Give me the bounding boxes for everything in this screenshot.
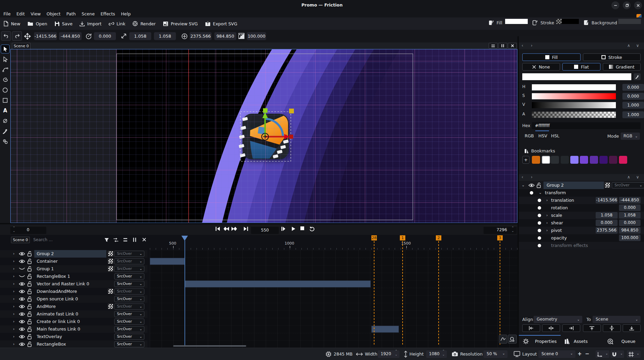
eye-open-icon[interactable]: [19, 259, 25, 264]
link-button[interactable]: Link: [109, 21, 126, 26]
fill-tab[interactable]: Fill: [522, 53, 581, 61]
fill-color-swatch[interactable]: [505, 19, 528, 24]
canvas-detach-button[interactable]: [498, 43, 507, 49]
timeline-search-input[interactable]: Search ...: [33, 237, 52, 242]
unlock-icon[interactable]: [27, 319, 32, 324]
dock-separator-vertical[interactable]: [517, 36, 519, 348]
panel-back-icon[interactable]: ‹: [522, 43, 523, 48]
eye-open-icon[interactable]: [19, 297, 25, 301]
lasso-tool[interactable]: [1, 75, 10, 84]
expand-icon[interactable]: ›: [13, 266, 14, 271]
unlock-icon[interactable]: [27, 259, 32, 264]
tab-queue[interactable]: Queue: [621, 339, 635, 344]
align-top-button[interactable]: [583, 324, 601, 332]
background-indicator[interactable]: Background: [584, 20, 617, 25]
unlock-icon[interactable]: [27, 289, 32, 294]
stop-button[interactable]: [300, 226, 304, 230]
align-vcenter-button[interactable]: [603, 324, 621, 332]
blend-dropdown[interactable]: SrcOver⌄: [114, 258, 144, 264]
expand-chevron-icon[interactable]: ⌄: [522, 183, 525, 187]
bookmark-color[interactable]: [570, 156, 579, 164]
eye-open-icon[interactable]: [19, 342, 25, 347]
expand-icon[interactable]: ›: [13, 259, 14, 263]
unlock-icon[interactable]: [27, 296, 32, 302]
layer-row[interactable]: › Vector and Raster Link 0 SrcOver⌄: [0, 280, 147, 288]
bookmark-color[interactable]: [619, 156, 627, 164]
maximize-button[interactable]: [623, 1, 631, 9]
path-tool[interactable]: [1, 65, 10, 74]
playhead-handle[interactable]: [181, 236, 188, 241]
timeline-bar-main-features[interactable]: [371, 326, 399, 333]
tree-forward-icon[interactable]: ›: [531, 175, 533, 179]
current-frame-field[interactable]: 550: [251, 227, 279, 234]
bookmark-color[interactable]: [590, 156, 598, 164]
mode-hsl-tab[interactable]: HSL: [551, 133, 559, 138]
canvas-viewport[interactable]: [10, 49, 517, 223]
timeline-marker[interactable]: 3: [497, 235, 503, 240]
value-slider[interactable]: [532, 102, 616, 108]
timeline-marker[interactable]: 28: [371, 235, 377, 240]
translate-x-field[interactable]: -1415.566: [34, 32, 57, 40]
eye-open-icon[interactable]: [19, 282, 25, 286]
menu-effects[interactable]: Effects: [100, 11, 115, 16]
layer-row[interactable]: › Open source Link 0 SrcOver⌄: [0, 295, 147, 303]
shear-y-value[interactable]: 0.000: [619, 220, 641, 226]
skip-to-start-button[interactable]: [215, 226, 220, 231]
blend-dropdown[interactable]: SrcOver⌄: [114, 251, 144, 257]
layer-row[interactable]: › Container SrcOver⌄: [0, 258, 147, 265]
save-button[interactable]: Save: [55, 21, 73, 26]
paint-gradient-button[interactable]: Gradient: [603, 63, 641, 71]
menu-object[interactable]: Object: [47, 11, 61, 16]
object-name-box[interactable]: Group 2: [544, 182, 604, 189]
saturation-value[interactable]: 0.000: [622, 93, 644, 100]
step-forward-button[interactable]: [281, 226, 286, 231]
eye-closed-icon[interactable]: [19, 275, 25, 278]
background-color-swatch[interactable]: [618, 19, 641, 24]
scale-x-field[interactable]: 1.058: [129, 32, 151, 40]
layer-row[interactable]: › Main features Link 0 SrcOver⌄: [0, 325, 147, 333]
bookmark-color[interactable]: [542, 156, 550, 164]
picker-tool[interactable]: [1, 127, 10, 136]
play-button[interactable]: [291, 226, 296, 231]
eye-open-icon[interactable]: [19, 312, 25, 316]
max-frame-spinner[interactable]: 7296 ⌃ ⌄: [484, 227, 517, 234]
align-dropdown[interactable]: Geometry⌄: [534, 316, 582, 323]
align-left-button[interactable]: [522, 324, 540, 332]
canvas-menu-button[interactable]: [489, 43, 498, 49]
hue-value[interactable]: 0.000: [622, 84, 644, 91]
select-tool[interactable]: [1, 45, 10, 53]
new-button[interactable]: New: [3, 21, 20, 26]
translation-y-value[interactable]: -444.850: [619, 197, 641, 203]
snap-button[interactable]: ⌄: [610, 350, 624, 358]
dock-separator-horizontal[interactable]: [0, 223, 517, 224]
graph-editor-button[interactable]: [499, 335, 507, 344]
alpha-slider[interactable]: [532, 112, 616, 118]
blend-dropdown[interactable]: SrcOver⌄: [114, 281, 144, 287]
unlock-icon[interactable]: [27, 281, 32, 287]
tree-pivot-row[interactable]: › pivot 2375.566 984.850: [519, 227, 644, 234]
unlock-icon[interactable]: [27, 311, 32, 317]
stroke-indicator[interactable]: Stroke: [533, 20, 554, 25]
layer-row[interactable]: › TextOverlay SrcOver⌄: [0, 333, 147, 340]
resolution-dropdown[interactable]: 50 % ⌄: [484, 350, 508, 358]
add-bookmark-button[interactable]: +: [522, 156, 529, 164]
filter-icon[interactable]: [104, 238, 109, 242]
eye-open-icon[interactable]: [19, 289, 25, 294]
tree-shear-row[interactable]: › shear 0.000 0.000: [519, 219, 644, 227]
blend-dropdown[interactable]: SrcOver⌄: [114, 341, 144, 347]
unlock-icon[interactable]: [27, 304, 32, 309]
menu-edit[interactable]: Edit: [16, 11, 25, 16]
layout-scene-dropdown[interactable]: Scene 0 ⌄: [538, 350, 575, 358]
opacity-value[interactable]: 100.000: [619, 235, 641, 241]
layer-row[interactable]: › RectangleBox SrcOver⌄: [0, 340, 147, 348]
align-to-dropdown[interactable]: Scene⌄: [593, 316, 641, 323]
tree-rotation-row[interactable]: rotation 0.000: [519, 204, 644, 212]
timeline-bar-vector[interactable]: [185, 281, 371, 287]
bookmark-color[interactable]: [532, 156, 540, 164]
canvas-scene-tab[interactable]: Scene 0: [12, 43, 31, 49]
align-hcenter-button[interactable]: [542, 324, 560, 332]
menu-view[interactable]: View: [31, 11, 41, 16]
blend-dropdown[interactable]: SrcOver⌄: [114, 319, 144, 325]
width-field[interactable]: 1920 ⌃ ⌄: [378, 350, 399, 358]
axes-mode-button[interactable]: ⌄: [596, 350, 609, 358]
